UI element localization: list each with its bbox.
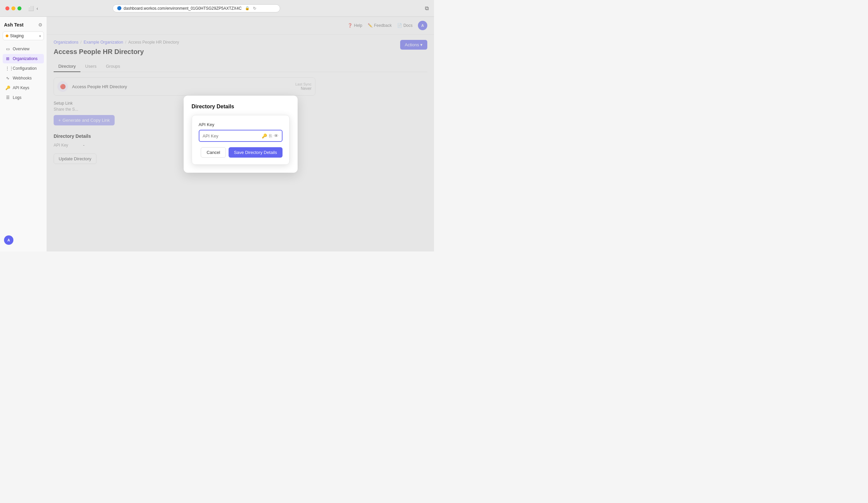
maximize-traffic-light[interactable] — [18, 6, 21, 10]
traffic-lights — [6, 6, 21, 10]
outer-modal-title: Directory Details — [192, 104, 290, 110]
address-bar[interactable]: 🔵 dashboard.workos.com/environment_01G0H… — [113, 4, 280, 12]
env-label: Staging — [10, 33, 24, 38]
sidebar-item-overview[interactable]: ▭ Overview — [3, 44, 44, 54]
new-tab-button[interactable]: ⧉ — [425, 6, 428, 11]
overview-icon: ▭ — [6, 47, 10, 51]
sidebar-item-logs[interactable]: ☰ Logs — [3, 93, 44, 102]
sidebar-item-organizations[interactable]: ⊞ Organizations — [3, 54, 44, 63]
sidebar-item-label-overview: Overview — [13, 47, 30, 51]
back-button[interactable]: ‹ — [37, 6, 38, 11]
input-icons: 🔑 ⎘ 👁 — [262, 133, 279, 139]
env-selector-text: Staging — [6, 33, 24, 38]
user-avatar-sidebar[interactable]: A — [4, 235, 13, 245]
sidebar-item-webhooks[interactable]: ∿ Webhooks — [3, 73, 44, 83]
minimize-traffic-light[interactable] — [11, 6, 16, 10]
sidebar-footer: A — [0, 233, 46, 248]
copy-icon[interactable]: ⎘ — [269, 133, 272, 139]
webhooks-icon: ∿ — [6, 76, 10, 80]
api-key-label: API Key — [199, 122, 282, 127]
close-traffic-light[interactable] — [6, 6, 9, 10]
directory-details-modal: Directory Details API Key 🔑 ⎘ 👁 Cancel — [184, 95, 298, 173]
app-title: Ash Test — [4, 22, 23, 28]
sidebar-item-label-configuration: Configuration — [13, 66, 37, 71]
api-key-modal: API Key 🔑 ⎘ 👁 Cancel Save Directory Deta… — [192, 115, 290, 165]
eye-off-icon[interactable]: 👁 — [274, 133, 279, 139]
lock-icon: 🔒 — [245, 6, 250, 10]
browser-controls: ⬜ ‹ — [28, 6, 38, 11]
chevron-down-icon: ▾ — [39, 34, 41, 38]
logs-icon: ☰ — [6, 95, 10, 100]
modal-buttons: Cancel Save Directory Details — [199, 147, 282, 158]
sidebar-item-configuration[interactable]: ⋮⋮ Configuration — [3, 64, 44, 73]
api-keys-icon: 🔑 — [6, 85, 10, 90]
sidebar-item-label-webhooks: Webhooks — [13, 76, 31, 80]
organizations-icon: ⊞ — [6, 56, 10, 61]
sidebar-item-label-api-keys: API Keys — [13, 85, 29, 90]
main-content: ❓ Help ✏️ Feedback 📄 Docs A — [47, 17, 434, 252]
sidebar-item-label-organizations: Organizations — [13, 56, 38, 61]
sidebar-toggle-button[interactable]: ⬜ — [28, 6, 34, 11]
save-directory-details-button[interactable]: Save Directory Details — [229, 147, 282, 158]
modal-overlay: Directory Details API Key 🔑 ⎘ 👁 Cancel — [47, 17, 434, 252]
settings-icon[interactable]: ⚙ — [38, 22, 43, 28]
workos-favicon: 🔵 — [117, 6, 122, 10]
sidebar-item-label-logs: Logs — [13, 95, 21, 100]
url-text: dashboard.workos.com/environment_01G0HTS… — [124, 6, 242, 11]
cancel-button[interactable]: Cancel — [201, 147, 226, 158]
api-key-input[interactable] — [203, 133, 262, 139]
env-selector[interactable]: Staging ▾ — [3, 31, 44, 40]
refresh-icon[interactable]: ↻ — [253, 6, 256, 11]
browser-chrome: ⬜ ‹ 🔵 dashboard.workos.com/environment_0… — [0, 0, 434, 17]
api-key-input-wrapper: 🔑 ⎘ 👁 — [199, 130, 282, 142]
key-icon[interactable]: 🔑 — [262, 133, 267, 139]
sidebar-header: Ash Test ⚙ — [0, 21, 46, 31]
app-layout: Ash Test ⚙ Staging ▾ ▭ Overview ⊞ Organi… — [0, 17, 434, 252]
sidebar-item-api-keys[interactable]: 🔑 API Keys — [3, 83, 44, 92]
sidebar-nav: ▭ Overview ⊞ Organizations ⋮⋮ Configurat… — [0, 43, 46, 104]
browser-actions: ⧉ — [425, 6, 428, 11]
env-dot — [6, 34, 8, 37]
configuration-icon: ⋮⋮ — [6, 66, 10, 71]
sidebar: Ash Test ⚙ Staging ▾ ▭ Overview ⊞ Organi… — [0, 17, 47, 252]
